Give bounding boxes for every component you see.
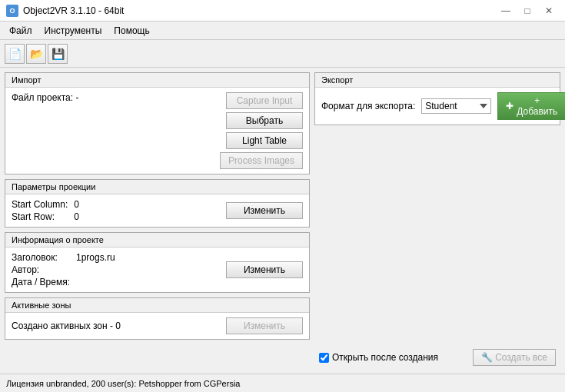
add-button-label: + Добавить — [517, 95, 557, 117]
projection-params-title: Параметры проекции — [5, 180, 309, 194]
active-zones-title: Активные зоны — [5, 298, 309, 313]
info-grid: Заголовок: 1progs.ru Автор: Дата / Время… — [12, 252, 115, 287]
toolbar: 📄 📂 💾 — [0, 40, 565, 68]
active-zones-section: Активные зоны Создано активных зон - 0 И… — [5, 297, 310, 340]
author-label: Автор: — [12, 264, 70, 275]
menu-file[interactable]: Файл — [3, 24, 38, 38]
menu-bar: Файл Инструменты Помощь — [0, 22, 565, 40]
import-left: Файл проекта: - — [12, 92, 220, 106]
zones-content: Создано активных зон - 0 Изменить — [12, 317, 303, 334]
create-all-button[interactable]: 🔧 Создать все — [473, 349, 556, 366]
project-info-change-button[interactable]: Изменить — [226, 261, 303, 278]
file-value: - — [75, 92, 78, 103]
new-icon: 📄 — [8, 48, 22, 60]
main-content: Импорт Файл проекта: - Capture Input Выб… — [0, 68, 565, 374]
export-section-title: Экспорт — [315, 73, 560, 88]
maximize-button[interactable]: □ — [517, 3, 537, 18]
save-icon: 💾 — [52, 48, 65, 60]
zones-change-button[interactable]: Изменить — [226, 317, 303, 334]
import-section-content: Файл проекта: - Capture Input Выбрать Li… — [5, 88, 309, 174]
project-info-section: Информация о проекте Заголовок: 1progs.r… — [5, 232, 310, 293]
import-content: Файл проекта: - Capture Input Выбрать Li… — [12, 92, 303, 169]
process-images-button[interactable]: Process Images — [220, 152, 303, 169]
date-label: Дата / Время: — [12, 277, 70, 287]
projection-params-section: Параметры проекции Start Column: 0 Start… — [5, 179, 310, 228]
title-bar: O Object2VR 3.1.10 - 64bit — □ ✕ — [0, 0, 565, 22]
title-label: Заголовок: — [12, 252, 70, 263]
date-value — [76, 277, 115, 287]
projection-change-button[interactable]: Изменить — [226, 202, 303, 219]
start-row-value: 0 — [74, 211, 79, 222]
app-icon: O — [6, 5, 18, 17]
format-label: Формат для экспорта: — [321, 101, 415, 111]
light-table-button[interactable]: Light Table — [226, 132, 303, 149]
title-value: 1progs.ru — [76, 252, 115, 263]
active-zones-content: Создано активных зон - 0 Изменить — [5, 313, 309, 339]
bottom-bar: Открыть после создания 🔧 Создать все — [314, 346, 560, 369]
toolbar-save-button[interactable]: 💾 — [48, 44, 68, 64]
add-format-button[interactable]: ✚ + Добавить — [497, 92, 565, 120]
format-select[interactable]: Student Standard Professional — [421, 98, 491, 114]
export-section: Экспорт Формат для экспорта: Student Sta… — [314, 72, 560, 125]
start-column-label: Start Column: — [12, 199, 68, 210]
open-after-label: Открыть после создания — [332, 352, 438, 363]
open-icon: 📂 — [30, 48, 43, 60]
title-bar-left: O Object2VR 3.1.10 - 64bit — [6, 5, 124, 17]
title-bar-title: Object2VR 3.1.10 - 64bit — [23, 5, 124, 16]
status-text: Лицензия unbranded, 200 user(s): Petshop… — [6, 379, 240, 388]
projection-params-content: Start Column: 0 Start Row: 0 Изменить — [5, 194, 309, 227]
open-after-checkbox[interactable] — [319, 353, 329, 363]
status-bar: Лицензия unbranded, 200 user(s): Petshop… — [0, 374, 565, 392]
import-buttons: Capture Input Выбрать Light Table Proces… — [220, 92, 303, 169]
close-button[interactable]: ✕ — [539, 3, 559, 18]
menu-help[interactable]: Помощь — [108, 24, 155, 38]
toolbar-new-button[interactable]: 📄 — [5, 44, 25, 64]
right-panel-spacer — [314, 130, 560, 341]
import-file-line: Файл проекта: - — [12, 92, 220, 103]
zones-label: Создано активных зон - 0 — [12, 321, 121, 331]
file-label: Файл проекта: — [12, 92, 73, 103]
export-content: Формат для экспорта: Student Standard Pr… — [321, 92, 553, 120]
author-value — [76, 264, 115, 275]
title-bar-controls: — □ ✕ — [496, 3, 559, 18]
right-panel: Экспорт Формат для экспорта: Student Sta… — [314, 72, 560, 369]
open-after-row: Открыть после создания — [319, 352, 438, 363]
capture-input-button[interactable]: Capture Input — [226, 92, 303, 109]
minimize-button[interactable]: — — [496, 3, 516, 18]
select-button[interactable]: Выбрать — [226, 112, 303, 129]
import-section-title: Импорт — [5, 73, 309, 88]
add-icon: ✚ — [506, 101, 513, 111]
project-info-content: Заголовок: 1progs.ru Автор: Дата / Время… — [5, 247, 309, 292]
start-column-value: 0 — [74, 199, 79, 210]
left-panel: Импорт Файл проекта: - Capture Input Выб… — [5, 72, 314, 369]
params-grid: Start Column: 0 Start Row: 0 — [12, 199, 79, 222]
menu-tools[interactable]: Инструменты — [38, 24, 108, 38]
export-section-content: Формат для экспорта: Student Standard Pr… — [315, 88, 560, 125]
project-info-title: Информация о проекте — [5, 233, 309, 247]
start-row-label: Start Row: — [12, 211, 68, 222]
toolbar-open-button[interactable]: 📂 — [26, 44, 46, 64]
import-section: Импорт Файл проекта: - Capture Input Выб… — [5, 72, 310, 174]
